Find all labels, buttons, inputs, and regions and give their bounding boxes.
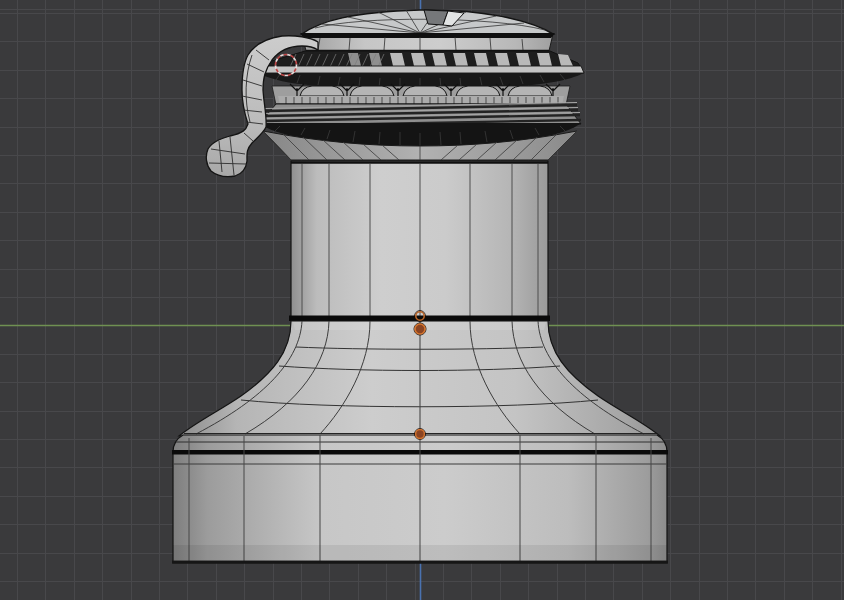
viewport-canvas[interactable] xyxy=(0,0,844,600)
cap-rim-edge xyxy=(300,33,555,38)
origin-mid-dot[interactable] xyxy=(415,324,425,334)
winch-top-cap[interactable] xyxy=(300,10,555,51)
winch-model[interactable] xyxy=(172,10,668,564)
upper-disc-rim xyxy=(258,66,584,73)
viewport-3d[interactable] xyxy=(0,0,844,600)
winch-skirt[interactable] xyxy=(179,321,660,436)
base-bottom-edge xyxy=(172,561,668,564)
winch-base[interactable] xyxy=(172,435,668,564)
winch-drum[interactable] xyxy=(289,161,550,321)
base-bottom-shade xyxy=(173,545,667,560)
slats-bright xyxy=(390,53,573,66)
jaw-humps xyxy=(300,86,552,96)
origin-base-dot[interactable] xyxy=(416,430,425,439)
winch-slat-ring[interactable] xyxy=(262,51,581,68)
winch-jaw-band[interactable] xyxy=(272,84,570,105)
